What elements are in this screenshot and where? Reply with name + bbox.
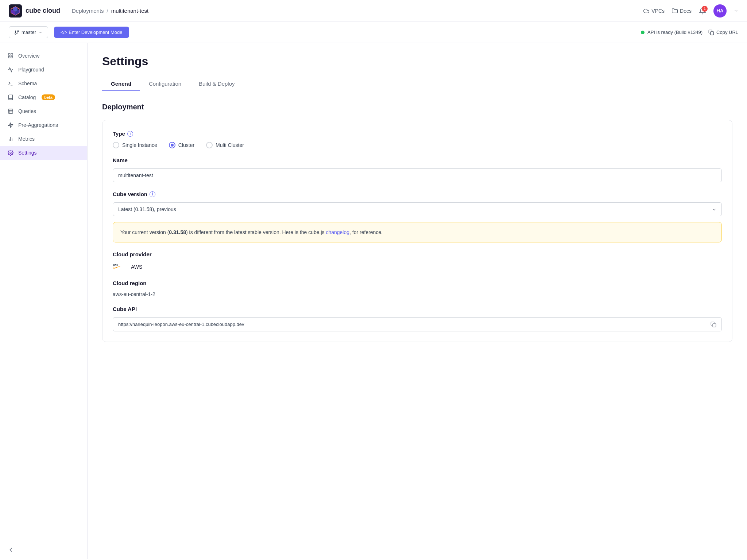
navbar-right: VPCs Docs 1 HA <box>643 4 738 18</box>
cloud-provider-name: AWS <box>131 264 142 270</box>
svg-point-6 <box>18 30 19 32</box>
svg-point-7 <box>15 33 16 34</box>
api-status: API is ready (Build #1349) <box>641 30 703 35</box>
deployment-card: Type i Single Instance Cluster Multi Clu… <box>102 120 732 342</box>
breadcrumb-separator: / <box>107 8 108 14</box>
sidebar-item-catalog[interactable]: Catalog beta <box>0 90 87 104</box>
sidebar-item-label: Metrics <box>18 136 35 142</box>
terminal-icon <box>7 80 14 87</box>
bolt-icon <box>7 122 14 128</box>
breadcrumb: Deployments / multitenant-test <box>72 8 148 14</box>
bar-chart-icon <box>7 136 14 142</box>
docs-link[interactable]: Docs <box>672 8 692 14</box>
app-layout: Overview Playground Schema Catalog beta <box>0 43 747 559</box>
svg-rect-10 <box>11 54 13 55</box>
git-branch-icon <box>14 30 19 35</box>
notifications-button[interactable]: 1 <box>699 7 706 15</box>
cube-api-url: https://harlequin-leopon.aws-eu-central-… <box>118 322 707 327</box>
name-label: Name <box>113 157 722 163</box>
type-radio-group: Single Instance Cluster Multi Cluster <box>113 142 722 148</box>
type-info-icon[interactable]: i <box>127 131 133 137</box>
sidebar-item-label: Pre-Aggregations <box>18 122 58 128</box>
sidebar-item-metrics[interactable]: Metrics <box>0 132 87 146</box>
settings-content: Deployment Type i Single Instance Cluste… <box>88 91 747 362</box>
aws-logo: aws <box>113 262 127 271</box>
breadcrumb-parent[interactable]: Deployments <box>72 8 104 14</box>
radio-cluster[interactable]: Cluster <box>169 142 194 148</box>
sidebar-item-label: Catalog <box>18 94 36 100</box>
version-warning-box: Your current version (0.31.58) is differ… <box>113 222 722 242</box>
sidebar-item-label: Settings <box>18 150 37 156</box>
cloud-provider-field-group: Cloud provider aws AWS <box>113 251 722 271</box>
svg-rect-9 <box>8 54 10 55</box>
svg-rect-24 <box>713 324 716 327</box>
radio-circle-multi-cluster <box>206 142 213 148</box>
name-field-group: Name <box>113 157 722 182</box>
breadcrumb-current: multitenant-test <box>111 8 149 14</box>
copy-url-button[interactable]: Copy URL <box>708 30 738 35</box>
tab-configuration[interactable]: Configuration <box>140 77 190 91</box>
tab-general[interactable]: General <box>102 77 140 91</box>
svg-marker-18 <box>8 122 13 127</box>
cube-version-select[interactable]: Latest (0.31.58), previous <box>113 202 722 216</box>
cloud-provider-value: aws AWS <box>113 262 722 271</box>
svg-point-22 <box>10 152 11 153</box>
cloud-region-field-group: Cloud region aws-eu-central-1-2 <box>113 280 722 297</box>
name-input[interactable] <box>113 168 722 182</box>
cloud-provider-label: Cloud provider <box>113 251 722 257</box>
branch-button[interactable]: master <box>9 26 48 38</box>
sidebar-item-schema[interactable]: Schema <box>0 77 87 90</box>
beta-badge: beta <box>42 94 55 100</box>
table-icon <box>7 108 14 114</box>
warning-version: 0.31.58 <box>169 229 186 235</box>
changelog-link[interactable]: changelog <box>326 229 349 235</box>
sidebar-collapse-button[interactable] <box>7 546 15 553</box>
chevron-left-icon <box>7 546 15 553</box>
vpcs-link[interactable]: VPCs <box>643 8 665 14</box>
toolbar-right: API is ready (Build #1349) Copy URL <box>641 30 738 35</box>
svg-rect-8 <box>711 32 714 35</box>
logo: cube cloud <box>9 4 60 18</box>
cube-version-info-icon[interactable]: i <box>150 191 155 197</box>
sidebar-item-label: Overview <box>18 53 39 59</box>
sidebar-item-pre-aggregations[interactable]: Pre-Aggregations <box>0 118 87 132</box>
dev-mode-button[interactable]: </> Enter Development Mode <box>54 27 129 38</box>
cube-api-label: Cube API <box>113 306 722 312</box>
toolbar: master </> Enter Development Mode API is… <box>0 22 747 43</box>
cube-version-select-wrapper: Latest (0.31.58), previous <box>113 202 722 216</box>
gear-icon <box>7 149 14 156</box>
sidebar-item-label: Schema <box>18 81 37 86</box>
avatar[interactable]: HA <box>713 4 727 18</box>
svg-rect-12 <box>8 56 10 58</box>
sidebar-item-label: Queries <box>18 108 36 114</box>
cloud-region-value: aws-eu-central-1-2 <box>113 291 722 297</box>
sidebar-item-queries[interactable]: Queries <box>0 104 87 118</box>
radio-circle-cluster <box>169 142 175 148</box>
sidebar: Overview Playground Schema Catalog beta <box>0 43 88 559</box>
settings-tabs: General Configuration Build & Deploy <box>102 77 732 91</box>
radio-multi-cluster[interactable]: Multi Cluster <box>206 142 244 148</box>
cube-version-label: Cube version i <box>113 191 722 197</box>
cube-api-url-field: https://harlequin-leopon.aws-eu-central-… <box>113 317 722 331</box>
sidebar-item-overview[interactable]: Overview <box>0 49 87 63</box>
book-icon <box>7 94 14 101</box>
cube-api-field-group: Cube API https://harlequin-leopon.aws-eu… <box>113 306 722 331</box>
tab-build-deploy[interactable]: Build & Deploy <box>190 77 243 91</box>
chart-line-icon <box>7 66 14 73</box>
status-dot <box>641 31 645 34</box>
radio-single-instance[interactable]: Single Instance <box>113 142 157 148</box>
copy-icon <box>708 30 714 35</box>
settings-header: Settings General Configuration Build & D… <box>88 43 747 91</box>
notification-badge: 1 <box>702 6 708 12</box>
svg-rect-11 <box>11 56 13 58</box>
sidebar-item-playground[interactable]: Playground <box>0 63 87 77</box>
copy-url-icon[interactable] <box>711 321 716 327</box>
page-title: Settings <box>102 55 732 68</box>
sidebar-item-label: Playground <box>18 67 44 73</box>
cloud-region-label: Cloud region <box>113 280 722 286</box>
grid-icon <box>7 52 14 59</box>
logo-text: cube cloud <box>26 7 60 15</box>
navbar: cube cloud Deployments / multitenant-tes… <box>0 0 747 22</box>
sidebar-item-settings[interactable]: Settings <box>0 146 87 160</box>
svg-text:aws: aws <box>113 264 118 267</box>
